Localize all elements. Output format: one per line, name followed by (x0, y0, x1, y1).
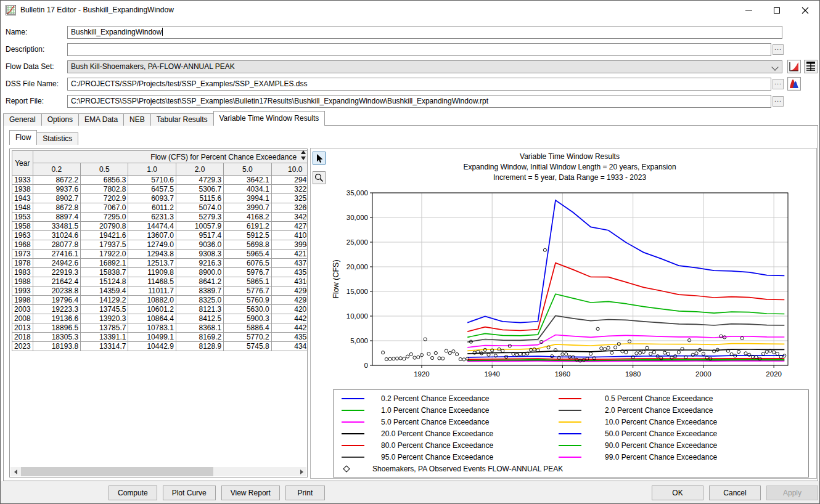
flow-cell[interactable]: 9517.4 (176, 231, 223, 240)
flow-cell[interactable]: 6191.2 (224, 222, 271, 231)
flow-cell[interactable]: 17937.5 (81, 240, 128, 250)
flow-cell[interactable]: 4201.0 (271, 305, 308, 314)
flow-cell[interactable]: 28077.8 (33, 240, 80, 250)
flow-cell[interactable]: 5710.6 (128, 176, 176, 185)
report-file-browse-button[interactable]: ... (773, 96, 784, 107)
year-cell[interactable]: 1933 (12, 176, 33, 185)
flow-cell[interactable]: 4270.0 (271, 222, 308, 231)
flow-cell[interactable]: 4034.1 (224, 185, 271, 194)
flow-cell[interactable]: 10601.2 (128, 305, 176, 314)
flow-cell[interactable]: 9937.6 (33, 185, 80, 194)
flow-cell[interactable]: 31024.6 (33, 231, 80, 240)
flow-cell[interactable]: 2949.8 (271, 176, 308, 185)
year-cell[interactable]: 2013 (12, 323, 33, 333)
flow-cell[interactable]: 8412.5 (176, 314, 223, 323)
flow-cell[interactable]: 6011.2 (128, 203, 176, 213)
flow-cell[interactable]: 5886.4 (224, 323, 271, 333)
flow-cell[interactable]: 5306.7 (176, 185, 223, 194)
tab-variable-time-window-results[interactable]: Variable Time Window Results (213, 111, 326, 126)
flow-cell[interactable]: 19136.6 (33, 314, 80, 323)
zoom-tool-button[interactable] (313, 171, 326, 184)
table-row[interactable]: 200819136.613920.310864.48412.55900.3442… (12, 314, 308, 323)
flow-cell[interactable]: 12513.7 (128, 259, 176, 268)
year-cell[interactable]: 1943 (12, 194, 33, 203)
flow-cell[interactable]: 8897.4 (33, 213, 80, 222)
tab-options[interactable]: Options (41, 113, 79, 126)
flow-cell[interactable]: 4342.8 (271, 342, 308, 351)
year-cell[interactable]: 2023 (12, 342, 33, 351)
flow-cell[interactable]: 8672.8 (33, 203, 80, 213)
flow-cell[interactable]: 15838.7 (81, 268, 128, 277)
year-cell[interactable]: 1968 (12, 240, 33, 250)
flow-cell[interactable]: 6231.3 (128, 213, 176, 222)
flow-cell[interactable]: 19223.3 (33, 305, 80, 314)
flow-cell[interactable]: 4108.4 (271, 231, 308, 240)
print-button[interactable]: Print (285, 486, 325, 500)
flow-cell[interactable]: 13607.0 (128, 231, 176, 240)
table-row[interactable]: 202318193.813314.710442.98128.95745.8434… (12, 342, 308, 351)
flow-cell[interactable]: 9216.3 (176, 259, 223, 268)
flow-cell[interactable]: 27416.1 (33, 250, 80, 259)
year-cell[interactable]: 1963 (12, 231, 33, 240)
flow-cell[interactable]: 3990.7 (224, 203, 271, 213)
table-row[interactable]: 19338672.26856.35710.64729.33642.12949.8… (12, 176, 308, 185)
flow-cell[interactable]: 8325.0 (176, 296, 223, 305)
flow-cell[interactable]: 4293.0 (271, 296, 308, 305)
flow-cell[interactable]: 15124.8 (81, 277, 128, 287)
table-row[interactable]: 199320238.814359.411011.78389.75776.7429… (12, 287, 308, 296)
flow-cell[interactable]: 11468.5 (128, 277, 176, 287)
flow-cell[interactable]: 9036.0 (176, 240, 223, 250)
subtab-flow[interactable]: Flow (9, 130, 37, 145)
maximize-button[interactable] (763, 1, 791, 20)
cancel-button[interactable]: Cancel (709, 486, 761, 500)
flow-cell[interactable]: 13785.7 (81, 323, 128, 333)
flow-cell[interactable]: 10882.0 (128, 296, 176, 305)
year-cell[interactable]: 1948 (12, 203, 33, 213)
flow-cell[interactable]: 10057.9 (176, 222, 223, 231)
flow-cell[interactable]: 18305.3 (33, 333, 80, 342)
flow-cell[interactable]: 5912.5 (224, 231, 271, 240)
flow-cell[interactable]: 5965.4 (224, 250, 271, 259)
flow-cell[interactable]: 4429.0 (271, 323, 308, 333)
flow-cell[interactable]: 12943.8 (128, 250, 176, 259)
year-cell[interactable]: 2018 (12, 333, 33, 342)
table-row[interactable]: 19538897.47295.06231.35279.34168.23420.5… (12, 213, 308, 222)
flow-cell[interactable]: 19421.6 (81, 231, 128, 240)
flow-cell[interactable]: 10864.4 (128, 314, 176, 323)
flow-cell[interactable]: 7202.9 (81, 194, 128, 203)
flow-cell[interactable]: 3994.1 (224, 194, 271, 203)
flow-cell[interactable]: 4217.9 (271, 250, 308, 259)
flow-cell[interactable]: 8672.2 (33, 176, 80, 185)
flow-cell[interactable]: 5776.7 (224, 287, 271, 296)
flow-cell[interactable]: 13391.1 (81, 333, 128, 342)
flow-cell[interactable]: 22919.3 (33, 268, 80, 277)
table-row[interactable]: 198322919.315838.711909.88900.05976.7435… (12, 268, 308, 277)
tab-neb[interactable]: NEB (123, 113, 151, 126)
ok-button[interactable]: OK (652, 486, 703, 500)
flow-cell[interactable]: 12749.0 (128, 240, 176, 250)
flow-cell[interactable]: 5865.1 (224, 277, 271, 287)
year-cell[interactable]: 1958 (12, 222, 33, 231)
flow-cell[interactable]: 20238.8 (33, 287, 80, 296)
flow-cell[interactable]: 4374.3 (271, 259, 308, 268)
view-data-table-button[interactable] (804, 60, 818, 73)
year-cell[interactable]: 1938 (12, 185, 33, 194)
flow-cell[interactable]: 10499.1 (128, 333, 176, 342)
flow-cell[interactable]: 4358.1 (271, 333, 308, 342)
year-cell[interactable]: 1983 (12, 268, 33, 277)
plot-frequency-curve-button[interactable] (787, 60, 801, 73)
flow-cell[interactable]: 4358.7 (271, 268, 308, 277)
flow-cell[interactable]: 10442.9 (128, 342, 176, 351)
tab-ema-data[interactable]: EMA Data (78, 113, 124, 126)
flow-cell[interactable]: 7295.0 (81, 213, 128, 222)
year-cell[interactable]: 1973 (12, 250, 33, 259)
table-row[interactable]: 19389937.67802.86457.55306.74034.13225.6… (12, 185, 308, 194)
table-row[interactable]: 198821642.415124.811468.58641.25865.1431… (12, 277, 308, 287)
year-cell[interactable]: 1988 (12, 277, 33, 287)
table-row[interactable]: 201818305.313391.110499.18169.25770.2435… (12, 333, 308, 342)
flow-cell[interactable]: 11011.7 (128, 287, 176, 296)
flow-cell[interactable]: 18193.8 (33, 342, 80, 351)
dss-file-browse-button[interactable]: ... (773, 79, 784, 89)
flow-cell[interactable]: 5074.0 (176, 203, 223, 213)
flow-cell[interactable]: 3420.5 (271, 213, 308, 222)
